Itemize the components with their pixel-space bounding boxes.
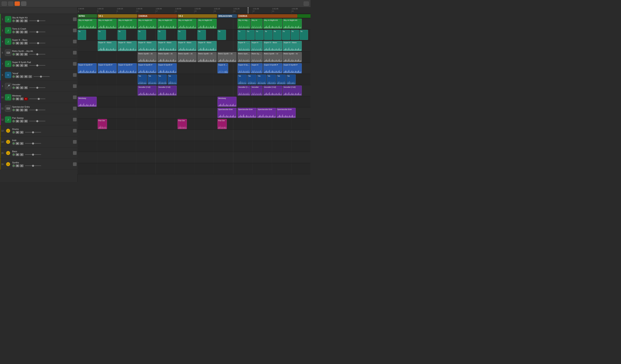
solo-button[interactable]: S <box>20 86 23 89</box>
clip[interactable]: Retro Synth <box>251 52 262 62</box>
mute-button[interactable]: M <box>16 109 19 111</box>
clip[interactable]: To <box>98 30 106 40</box>
power-button[interactable]: ⏻ <box>12 53 15 56</box>
clip[interactable]: 'Vo <box>148 74 157 85</box>
clip[interactable]: Super 8 – Bass <box>238 41 251 51</box>
clip[interactable]: Retro Synth – Ar <box>197 52 216 62</box>
volume-slider[interactable] <box>29 65 45 66</box>
section-block[interactable] <box>297 14 310 18</box>
add-button[interactable] <box>2 1 7 6</box>
record-button[interactable]: R <box>24 120 28 123</box>
clip[interactable]: Super 8 Synth <box>217 63 228 73</box>
h-button[interactable] <box>15 1 20 6</box>
clip[interactable]: To <box>291 30 299 40</box>
record-button[interactable]: R <box>24 31 28 34</box>
power-button[interactable]: ⏻ <box>12 142 15 145</box>
record-button[interactable]: R <box>24 75 28 78</box>
mute-button[interactable]: M <box>16 164 19 167</box>
volume-slider[interactable] <box>25 165 41 166</box>
clip[interactable]: Vocoder <box>251 86 262 96</box>
solo-button[interactable]: S <box>20 31 23 34</box>
power-button[interactable]: ⏻ <box>12 131 15 134</box>
duplicate-button[interactable] <box>8 1 13 6</box>
clip[interactable]: 'Vo <box>247 74 257 85</box>
power-button[interactable]: ⏻ <box>12 86 15 89</box>
clip[interactable]: Super 8 Synth P <box>157 63 176 73</box>
clip[interactable]: Retro Synth – Ar <box>283 52 302 62</box>
volume-slider[interactable] <box>25 143 41 144</box>
clip[interactable]: To <box>197 30 206 40</box>
clip[interactable]: Sky At <box>251 19 262 29</box>
clip[interactable]: Super 8 – Bass <box>118 41 137 51</box>
solo-button[interactable]: S <box>20 75 23 78</box>
clip[interactable]: Retro Synth – Ar <box>217 52 237 62</box>
record-button[interactable]: R <box>24 98 28 100</box>
clip[interactable]: To <box>157 30 166 40</box>
clip[interactable]: 'Vo <box>168 74 177 85</box>
clip[interactable]: Super 8 – Bass <box>98 41 117 51</box>
mute-button[interactable]: M <box>16 42 19 45</box>
clip[interactable]: Sky At Night Kit <box>78 19 97 29</box>
tracks-scroll[interactable]: Sky At Night KitSky At Night KitSky At N… <box>78 18 310 182</box>
volume-slider[interactable] <box>29 43 45 43</box>
clip[interactable]: Pan Sw <box>177 119 187 129</box>
clip[interactable]: Pan Sw <box>217 119 227 129</box>
clip[interactable]: 'Vo <box>257 74 266 85</box>
clip[interactable]: To <box>300 30 308 40</box>
clip[interactable]: Super 8 Synth P <box>238 63 251 73</box>
clip[interactable]: 'Vo <box>276 74 286 85</box>
mute-button[interactable]: M <box>16 31 19 34</box>
power-button[interactable]: ⏻ <box>12 31 15 34</box>
clip[interactable]: To <box>138 30 146 40</box>
volume-slider[interactable] <box>29 99 45 99</box>
clip[interactable]: To <box>238 30 246 40</box>
clip[interactable]: Super 8 Synth P <box>118 63 137 73</box>
power-button[interactable]: ⏻ <box>12 19 15 22</box>
record-button[interactable]: R <box>24 86 28 89</box>
solo-button[interactable]: S <box>20 42 23 45</box>
power-button[interactable]: ⏻ <box>12 120 15 123</box>
solo-button[interactable]: S <box>20 64 23 67</box>
mute-button[interactable]: M <box>16 86 19 89</box>
power-button[interactable]: ⏻ <box>12 75 15 78</box>
record-button[interactable]: R <box>24 19 28 22</box>
solo-button[interactable]: S <box>20 153 23 156</box>
volume-slider[interactable] <box>29 87 45 88</box>
clip[interactable]: Vocoder (+12) <box>263 86 282 96</box>
solo-button[interactable]: S <box>20 98 23 100</box>
s-button[interactable] <box>21 1 26 6</box>
clip[interactable]: 'Vo <box>138 74 147 85</box>
clip[interactable]: Sky At Night Kit <box>177 19 197 29</box>
solo-button[interactable]: S <box>20 53 23 56</box>
section-block[interactable]: INTRO <box>78 14 97 18</box>
clip[interactable]: 'Vo <box>157 74 167 85</box>
clip[interactable]: Super 8 <box>251 63 262 73</box>
clip[interactable]: Sky At Night Kit <box>197 19 216 29</box>
clip[interactable]: Super 8 – Bass <box>138 41 157 51</box>
clip[interactable]: To <box>255 30 264 40</box>
clip[interactable]: Super 8 Synth P <box>138 63 157 73</box>
power-button[interactable]: ⏻ <box>12 164 15 167</box>
clip[interactable]: Sky At Night Kit <box>283 19 302 29</box>
record-button[interactable]: R <box>24 64 28 67</box>
clip[interactable]: To <box>246 30 255 40</box>
power-button[interactable]: ⏻ <box>12 64 15 67</box>
clip[interactable]: To <box>177 30 186 40</box>
mute-button[interactable]: M <box>16 120 19 123</box>
clip[interactable]: Sky At Night Kit <box>98 19 117 29</box>
settings-button[interactable] <box>304 1 309 6</box>
clip[interactable]: Vocoder (+12) <box>283 86 302 96</box>
clip[interactable]: Super 8 <box>251 41 262 51</box>
clip[interactable]: Sky At Night Kit <box>138 19 157 29</box>
volume-slider[interactable] <box>34 76 50 77</box>
clip[interactable]: Super 8 Synth P <box>78 63 97 73</box>
clip[interactable]: Retro Synth – Ar <box>157 52 176 62</box>
clip[interactable]: To <box>78 30 86 40</box>
mute-button[interactable]: M <box>16 53 19 56</box>
clip[interactable]: Vocoder (+12) <box>238 86 251 96</box>
volume-slider[interactable] <box>29 20 45 21</box>
clip[interactable]: 'Vo <box>286 74 296 85</box>
clip[interactable]: To <box>273 30 281 40</box>
clip[interactable]: Super 8 – Bass <box>263 41 282 51</box>
record-button[interactable]: R <box>24 109 28 111</box>
